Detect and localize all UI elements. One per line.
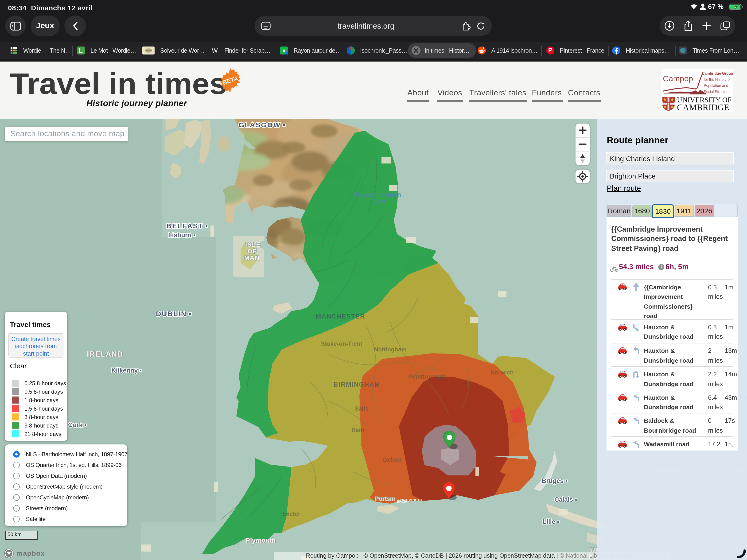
svg-text:BIRMINGHAM: BIRMINGHAM: [334, 381, 380, 388]
svg-text:Plymouth: Plymouth: [246, 536, 276, 544]
svg-text:Salis: Salis: [355, 405, 368, 411]
svg-text:Cork ▪: Cork ▪: [68, 421, 87, 428]
svg-text:Oxford: Oxford: [382, 456, 402, 463]
svg-text:OF: OF: [248, 247, 257, 254]
svg-text:MANCHESTER: MANCHESTER: [316, 313, 365, 320]
svg-text:Exeter: Exeter: [282, 510, 301, 517]
svg-text:67 %: 67 %: [708, 3, 723, 10]
svg-text:GLASGOW ▪: GLASGOW ▪: [239, 121, 285, 128]
svg-text:for the History of: for the History of: [704, 78, 731, 81]
svg-text:Peterborough: Peterborough: [408, 373, 447, 380]
svg-text:Lille ▪: Lille ▪: [543, 518, 559, 525]
svg-text:Tyne: Tyne: [371, 198, 385, 205]
svg-text:Social Structure: Social Structure: [704, 90, 730, 94]
svg-text:Calais ▪: Calais ▪: [555, 496, 577, 503]
svg-text:BRIGH: BRIGH: [397, 500, 408, 503]
svg-text:Population and: Population and: [704, 84, 728, 87]
svg-text:CAMBRIDGE: CAMBRIDGE: [677, 103, 729, 112]
svg-text:IRELAND: IRELAND: [87, 350, 123, 358]
svg-text:BELFAST ▪: BELFAST ▪: [166, 222, 208, 229]
svg-text:MAN: MAN: [244, 254, 260, 261]
svg-text:ISLE: ISLE: [245, 241, 261, 248]
svg-text:Kilkenny ▪: Kilkenny ▪: [111, 367, 142, 374]
svg-text:Campop: Campop: [663, 74, 693, 83]
svg-text:Nottingham: Nottingham: [374, 346, 407, 352]
svg-text:Bruges ▪: Bruges ▪: [542, 477, 568, 484]
svg-text:Norwich: Norwich: [490, 369, 514, 375]
svg-text:DUBLIN ▪: DUBLIN ▪: [156, 310, 191, 317]
svg-text:Newcastle upon: Newcastle upon: [353, 191, 401, 198]
svg-text:Portsm: Portsm: [375, 495, 395, 502]
svg-text:Bath: Bath: [352, 427, 365, 433]
svg-text:Lisburn ▪: Lisburn ▪: [168, 231, 196, 238]
svg-text:Cambridge Group: Cambridge Group: [702, 71, 733, 75]
svg-text:Stoke-on-Trent: Stoke-on-Trent: [321, 340, 362, 347]
